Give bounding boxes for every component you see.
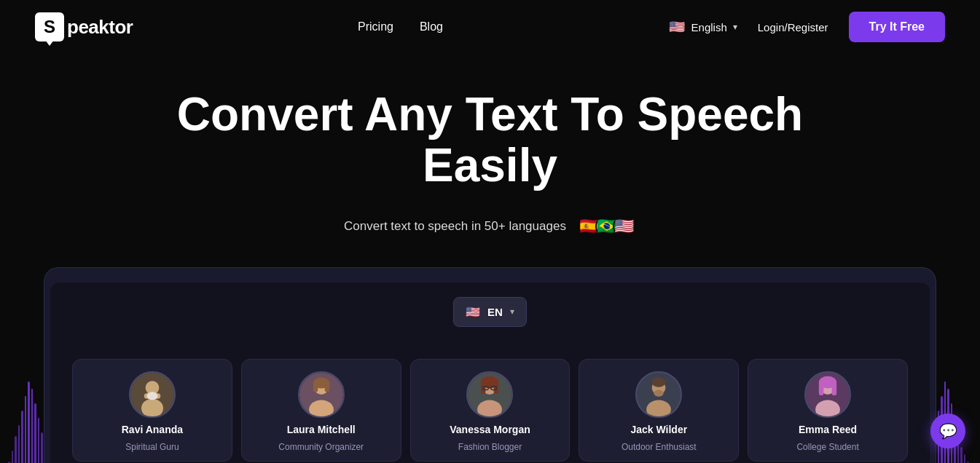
voice-role-vanessa: Fashion Blogger <box>458 442 522 452</box>
dropdown-chevron: ▾ <box>510 306 514 317</box>
language-dropdown[interactable]: 🇺🇸 EN ▾ <box>453 297 527 327</box>
flag-stack: 🇪🇸 🇧🇷 🇺🇸 <box>578 215 636 238</box>
language-label: English <box>691 21 727 33</box>
voice-cards: Ravi Ananda Spiritual Guru <box>65 359 915 462</box>
demo-section: 🇺🇸 EN ▾ <box>0 267 980 463</box>
dropdown-code: EN <box>487 306 503 318</box>
svg-rect-10 <box>324 381 329 392</box>
device-frame: 🇺🇸 EN ▾ <box>44 267 936 463</box>
nav-links: Pricing Blog <box>358 20 443 33</box>
voice-card-jack[interactable]: Jack Wilder Outdoor Enthusiast <box>579 359 739 462</box>
avatar-emma-image <box>806 371 850 418</box>
svg-point-24 <box>654 389 664 396</box>
voice-role-ravi: Spiritual Guru <box>125 442 179 452</box>
svg-point-23 <box>652 377 666 387</box>
avatar-laura-image <box>299 371 343 418</box>
avatar-vanessa-image <box>468 371 511 418</box>
hero-subtitle: Convert text to speech in 50+ languages … <box>15 215 965 238</box>
voice-role-jack: Outdoor Enthusiast <box>622 442 697 452</box>
en-dropdown-container: 🇺🇸 EN ▾ <box>65 297 915 344</box>
svg-rect-29 <box>819 381 824 395</box>
voice-card-emma[interactable]: Emma Reed College Student <box>748 359 908 462</box>
logo-icon: S <box>35 12 64 41</box>
svg-rect-9 <box>313 381 318 392</box>
hero-section: Convert Any Text To Speech Easily Conver… <box>0 54 980 238</box>
nav-pricing[interactable]: Pricing <box>358 20 393 33</box>
logo-letter: S <box>44 17 55 37</box>
chevron-down-icon: ▾ <box>733 22 737 32</box>
language-flag: 🇺🇸 <box>668 18 686 36</box>
nav-blog[interactable]: Blog <box>420 20 443 33</box>
voice-role-laura: Community Organizer <box>278 442 364 452</box>
avatar-jack-image <box>637 371 681 418</box>
nav-right: 🇺🇸 English ▾ Login/Register Try It Free <box>668 12 945 42</box>
voice-card-laura[interactable]: Laura Mitchell Community Organizer <box>241 359 401 462</box>
login-register-link[interactable]: Login/Register <box>758 21 828 33</box>
flag-usa: 🇺🇸 <box>613 215 636 238</box>
voice-role-emma: College Student <box>796 442 858 452</box>
hero-subtitle-text: Convert text to speech in 50+ languages <box>344 219 566 234</box>
try-free-button[interactable]: Try It Free <box>849 12 945 42</box>
voice-name-emma: Emma Reed <box>799 424 857 436</box>
voice-name-laura: Laura Mitchell <box>287 424 356 436</box>
navbar: S peaktor Pricing Blog 🇺🇸 English ▾ Logi… <box>0 0 980 54</box>
voice-name-ravi: Ravi Ananda <box>122 424 183 436</box>
avatar-emma <box>804 371 851 418</box>
device-inner: 🇺🇸 EN ▾ <box>50 282 930 463</box>
avatar-jack <box>635 371 682 418</box>
logo[interactable]: S peaktor <box>35 12 133 41</box>
svg-point-2 <box>141 398 163 417</box>
chat-bubble[interactable]: 💬 <box>930 413 965 448</box>
avatar-laura <box>298 371 345 418</box>
voice-name-jack: Jack Wilder <box>630 424 687 436</box>
logo-text: peaktor <box>67 16 133 39</box>
hero-title: Convert Any Text To Speech Easily <box>162 89 818 191</box>
language-selector[interactable]: 🇺🇸 English ▾ <box>668 18 737 36</box>
svg-rect-30 <box>832 381 837 395</box>
chat-icon: 💬 <box>939 422 957 440</box>
avatar-vanessa <box>466 371 513 418</box>
voice-card-vanessa[interactable]: Vanessa Morgan Fashion Blogger <box>410 359 571 462</box>
avatar-ravi <box>129 371 176 418</box>
avatar-ravi-image <box>130 371 174 418</box>
dropdown-flag: 🇺🇸 <box>466 305 480 319</box>
svg-point-4 <box>146 392 157 400</box>
voice-card-ravi[interactable]: Ravi Ananda Spiritual Guru <box>72 359 232 462</box>
voice-name-vanessa: Vanessa Morgan <box>450 424 530 436</box>
